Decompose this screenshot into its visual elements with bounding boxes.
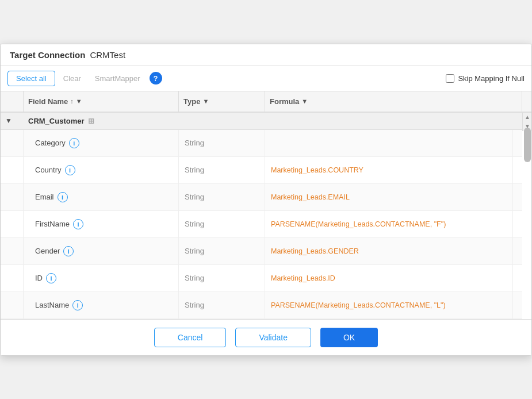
field-name-cell: ID i [24,265,179,291]
type-text: String [185,193,204,201]
info-icon[interactable]: i [65,165,75,175]
formula-filter-icon[interactable]: ▼ [301,98,308,105]
group-row: ▼ CRM_Customer ⊞ [1,113,522,130]
th-empty [1,91,24,112]
th-field-name: Field Name ↑ ▼ [24,91,179,112]
formula-cell[interactable] [265,130,513,156]
table-header: Field Name ↑ ▼ Type ▼ Formula ▼ [1,91,531,113]
scroll-thumb[interactable] [524,128,531,162]
type-cell: String [179,292,265,319]
type-text: String [185,139,204,147]
info-icon[interactable]: i [73,219,83,229]
help-icon[interactable]: ? [150,72,162,85]
field-name-cell: FirstName i [24,211,179,237]
table-content: ▼ CRM_Customer ⊞ Category i [1,113,522,319]
type-cell: String [179,211,265,237]
table-row: Country i String Marketing_Leads.COUNTRY [1,157,522,184]
table-row: Gender i String Marketing_Leads.GENDER [1,238,522,265]
row-scrollbar-spacer [513,184,522,210]
field-name-text: Email [35,193,54,201]
row-indent-cell [1,184,24,210]
th-scrollbar-spacer [522,91,531,112]
info-icon[interactable]: i [46,273,56,283]
formula-text: Marketing_Leads.ID [271,274,335,282]
field-name-cell: LastName i [24,292,179,319]
dialog: Target Connection CRMTest Select all Cle… [0,44,532,356]
row-indent-cell [1,211,24,237]
type-cell: String [179,130,265,156]
formula-cell[interactable]: Marketing_Leads.EMAIL [265,184,513,210]
info-icon[interactable]: i [69,138,79,148]
row-indent-cell [1,238,24,264]
row-scrollbar-spacer [513,238,522,264]
th-type: Type ▼ [179,91,265,112]
formula-cell[interactable]: Marketing_Leads.COUNTRY [265,157,513,183]
field-name-filter-icon[interactable]: ▼ [76,98,82,105]
header-title-label: Target Connection [10,50,85,60]
row-scrollbar-spacer [513,211,522,237]
vertical-scrollbar[interactable]: ▲ ▼ [522,113,531,131]
row-scrollbar-spacer [513,292,522,319]
info-icon[interactable]: i [72,300,83,310]
field-name-text: ID [35,274,43,282]
table-row: LastName i String PARSENAME(Marketing_Le… [1,292,522,319]
row-indent-cell [1,130,24,156]
group-grid-icon: ⊞ [88,117,94,125]
cancel-button[interactable]: Cancel [154,328,227,347]
formula-cell[interactable]: PARSENAME(Marketing_Leads.CONTACTNAME, "… [265,292,513,319]
group-chevron-icon[interactable]: ▼ [5,117,28,125]
toolbar: Select all Clear SmartMapper ? Skip Mapp… [1,66,531,91]
formula-text: Marketing_Leads.COUNTRY [271,166,363,174]
dialog-footer: Cancel Validate OK [1,319,531,355]
table-container: Field Name ↑ ▼ Type ▼ Formula ▼ ▼ CR [1,91,531,319]
th-type-label: Type [183,97,200,106]
row-scrollbar-spacer [513,265,522,291]
data-table: Category i String [1,130,522,319]
row-scrollbar-spacer [513,157,522,183]
clear-button[interactable]: Clear [58,71,87,86]
ok-button[interactable]: OK [320,328,378,347]
type-text: String [185,301,204,309]
table-body-wrapper: ▼ CRM_Customer ⊞ Category i [1,113,531,319]
th-field-name-label: Field Name [28,97,68,106]
info-icon[interactable]: i [58,192,68,202]
skip-mapping-container: Skip Mapping If Null [446,74,525,83]
scroll-up-arrow[interactable]: ▲ [523,113,531,122]
table-row: Category i String [1,130,522,157]
select-all-button[interactable]: Select all [7,71,55,86]
formula-text: PARSENAME(Marketing_Leads.CONTACTNAME, "… [271,301,446,309]
field-name-text: Country [35,166,62,174]
table-row: Email i String Marketing_Leads.EMAIL [1,184,522,211]
validate-button[interactable]: Validate [235,328,311,347]
formula-cell[interactable]: PARSENAME(Marketing_Leads.CONTACTNAME, "… [265,211,513,237]
formula-text: Marketing_Leads.EMAIL [271,193,350,201]
field-name-text: LastName [35,301,69,309]
row-indent-cell [1,292,24,319]
row-indent-cell [1,265,24,291]
field-name-cell: Category i [24,130,179,156]
field-name-text: Gender [35,247,60,255]
type-cell: String [179,238,265,264]
th-formula: Formula ▼ [265,91,522,112]
type-filter-icon[interactable]: ▼ [202,98,209,105]
header-title-value: CRMTest [90,50,125,60]
sort-icon[interactable]: ↑ [70,98,74,105]
table-row: FirstName i String PARSENAME(Marketing_L… [1,211,522,238]
info-icon[interactable]: i [63,246,74,256]
type-cell: String [179,157,265,183]
smart-mapper-button[interactable]: SmartMapper [89,71,146,86]
th-formula-label: Formula [270,97,299,106]
type-cell: String [179,265,265,291]
row-indent-cell [1,157,24,183]
field-name-text: Category [35,139,66,147]
type-text: String [185,166,204,174]
type-text: String [185,247,204,255]
dialog-header: Target Connection CRMTest [1,44,531,66]
skip-mapping-label: Skip Mapping If Null [458,74,525,83]
field-name-cell: Country i [24,157,179,183]
formula-cell[interactable]: Marketing_Leads.ID [265,265,513,291]
group-label: CRM_Customer ⊞ [28,117,508,125]
skip-mapping-checkbox[interactable] [446,74,454,83]
field-name-text: FirstName [35,220,70,228]
formula-cell[interactable]: Marketing_Leads.GENDER [265,238,513,264]
